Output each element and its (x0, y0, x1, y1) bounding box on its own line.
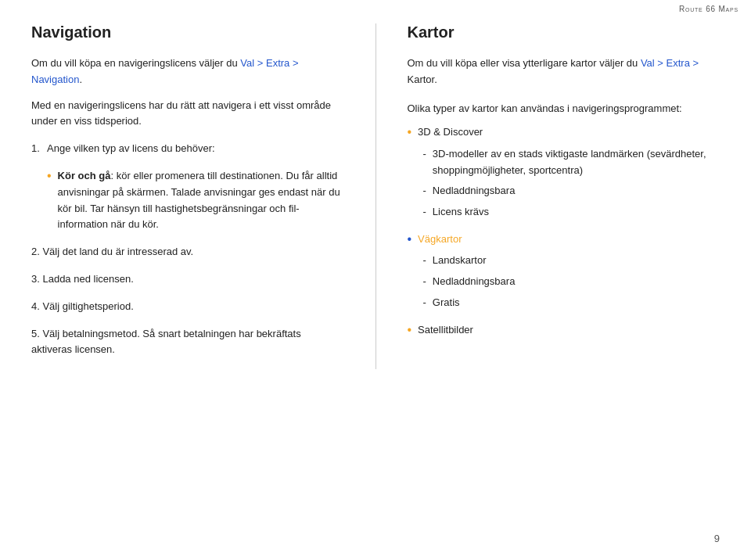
sub-item-3d-1: - 3D-modeller av en stads viktigaste lan… (408, 146, 720, 179)
types-header: Olika typer av kartor kan användas i nav… (408, 101, 720, 117)
sub-item-3d-3: - Licens krävs (408, 204, 720, 221)
group-vagkartor: • Vägkartor - Landskartor - Nedladdnings… (408, 232, 720, 311)
item5-text: 5. Välj betalningsmetod. Så snart betaln… (31, 326, 344, 359)
intro-link-2[interactable]: Navigation (31, 74, 79, 85)
list-item-1-header: 1. Ange vilken typ av licens du behöver: (31, 141, 344, 157)
intro-text-end: . (79, 74, 82, 85)
bullet-3d-label: 3D & Discover (418, 124, 720, 141)
navigation-section: Navigation Om du vill köpa en navigering… (31, 23, 376, 369)
sub-dash-1: - (423, 146, 426, 163)
sub-text-3d-1: 3D-modeller av en stads viktigaste landm… (433, 146, 720, 179)
list-item-2: 2. Välj det land du är intresserad av. (31, 244, 344, 260)
sub-text-vag-1: Landskartor (433, 253, 720, 269)
bullet-kor-ga: • Kör och gå: kör eller promenera till d… (31, 168, 344, 233)
sub-text-vag-2: Nedladdningsbara (433, 274, 720, 290)
bullet-3d-discover: • 3D & Discover (408, 124, 720, 141)
kartor-intro-text1: Om du vill köpa eller visa ytterligare k… (408, 57, 641, 69)
sub-dash-6: - (423, 295, 426, 311)
intro-link-1[interactable]: Val > Extra > (240, 57, 298, 69)
list-item-4: 4. Välj giltighetsperiod. (31, 299, 344, 315)
sub-text-3d-3: Licens krävs (433, 204, 720, 221)
item1-text: Ange vilken typ av licens du behöver: (47, 141, 344, 157)
sub-item-vag-3: - Gratis (408, 295, 720, 311)
group-3d-discover: • 3D & Discover - 3D-modeller av en stad… (408, 124, 720, 221)
brand-label: Route 66 Maps (679, 5, 738, 13)
kartor-intro: Om du vill köpa eller visa ytterligare k… (408, 56, 720, 88)
sub-dash-3: - (423, 204, 426, 221)
item3-text: 3. Ladda ned licensen. (31, 271, 344, 288)
item4-text: 4. Välj giltighetsperiod. (31, 299, 344, 315)
bullet-dot-vag: • (408, 231, 412, 248)
bullet-dot-1: • (47, 167, 52, 185)
bullet-vagkartor: • Vägkartor (408, 232, 720, 248)
kartor-intro-text2: Kartor. (408, 74, 437, 85)
kor-ga-bold: Kör och gå (58, 170, 111, 181)
kartor-title: Kartor (408, 23, 720, 41)
page-number: 9 (714, 533, 720, 544)
sub-dash-4: - (423, 253, 426, 269)
kartor-intro-link[interactable]: Val > Extra > (641, 57, 699, 69)
sub-dash-2: - (423, 183, 426, 199)
list-item-3: 3. Ladda ned licensen. (31, 271, 344, 288)
bullet-kor-ga-text: Kör och gå: kör eller promenera till des… (58, 168, 344, 233)
sub-item-3d-2: - Nedladdningsbara (408, 183, 720, 199)
sub-item-vag-1: - Landskartor (408, 253, 720, 269)
navigation-title: Navigation (31, 23, 344, 41)
item2-text: 2. Välj det land du är intresserad av. (31, 244, 344, 260)
bullet-dot-sat: • (408, 321, 412, 339)
sub-item-vag-2: - Nedladdningsbara (408, 274, 720, 290)
item1-num: 1. (31, 141, 47, 157)
bullet-satellitbilder: • Satellitbilder (408, 322, 720, 339)
navigation-paragraph1: Med en navigeringslicens har du rätt att… (31, 98, 344, 131)
group-satellitbilder: • Satellitbilder (408, 322, 720, 339)
bullet-vag-label: Vägkartor (418, 232, 720, 248)
intro-text-1: Om du vill köpa en navigeringslicens väl… (31, 57, 240, 69)
sub-text-vag-3: Gratis (433, 295, 720, 311)
list-item-5: 5. Välj betalningsmetod. Så snart betaln… (31, 326, 344, 359)
navigation-intro: Om du vill köpa en navigeringslicens väl… (31, 56, 344, 88)
numbered-list: 1. Ange vilken typ av licens du behöver:… (31, 141, 344, 358)
bullet-sat-label: Satellitbilder (418, 322, 720, 339)
kartor-section: Kartor Om du vill köpa eller visa ytterl… (376, 23, 720, 369)
bullet-dot-3d: • (408, 124, 412, 141)
sub-text-3d-2: Nedladdningsbara (433, 183, 720, 199)
sub-dash-5: - (423, 274, 426, 290)
